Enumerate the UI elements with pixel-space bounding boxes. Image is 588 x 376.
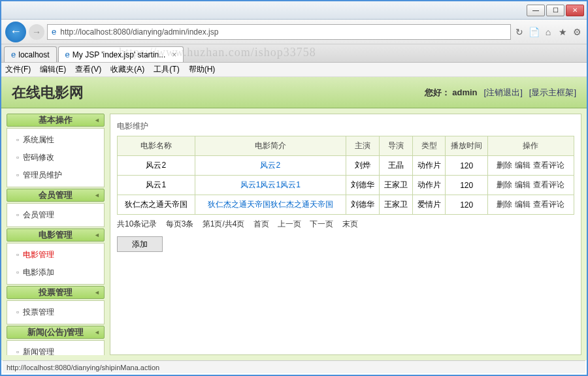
sidebar-item[interactable]: 电影添加 <box>7 264 104 281</box>
sidebar-item[interactable]: 投票管理 <box>7 304 104 321</box>
back-button[interactable]: ← <box>5 22 26 42</box>
sidebar-item[interactable]: 系统属性 <box>7 131 104 149</box>
pager-total: 共10条记录 <box>117 219 157 228</box>
op-view[interactable]: 查看评论 <box>533 200 564 209</box>
tab-close-icon[interactable]: × <box>172 50 176 59</box>
op-view[interactable]: 查看评论 <box>533 180 564 189</box>
username: admin <box>452 87 477 97</box>
intro-link[interactable]: 狄仁杰之通天帝国狄仁杰之通天帝国 <box>208 200 333 209</box>
add-button[interactable]: 添加 <box>117 236 163 252</box>
compat-icon[interactable]: 📄 <box>528 26 540 38</box>
sidebar-section-header[interactable]: 投票管理 <box>7 286 105 299</box>
table-header: 播放时间 <box>446 136 487 156</box>
sidebar: 基本操作系统属性密码修改管理员维护会员管理会员管理电影管理电影管理电影添加投票管… <box>7 114 105 355</box>
table-header: 电影名称 <box>118 136 195 156</box>
main-panel: 电影维护 电影名称电影简介主演导演类型播放时间操作 风云2风云2刘烨王晶动作片1… <box>110 114 581 355</box>
table-header: 电影简介 <box>195 136 346 156</box>
tab-jsp[interactable]: e My JSP 'index.jsp' startin... × <box>58 46 184 62</box>
op-edit[interactable]: 编辑 <box>515 161 531 170</box>
ie-icon: e <box>52 27 56 37</box>
table-row: 风云1风云1风云1风云1刘德华王家卫动作片120删除编辑查看评论 <box>118 176 574 195</box>
maximize-button[interactable]: ☐ <box>546 5 564 16</box>
intro-link[interactable]: 风云2 <box>260 161 280 170</box>
op-del[interactable]: 删除 <box>497 200 512 209</box>
sidebar-section-header[interactable]: 新闻(公告)管理 <box>7 326 105 339</box>
op-del[interactable]: 删除 <box>497 161 512 170</box>
ie-icon: e <box>65 50 70 59</box>
app-header: 在线电影网 您好： admin [注销退出] [显示主框架] <box>1 77 587 108</box>
browser-menubar: 文件(F) 编辑(E) 查看(V) 收藏夹(A) 工具(T) 帮助(H) <box>1 63 587 77</box>
show-main-link[interactable]: [显示主框架] <box>529 87 576 99</box>
refresh-icon[interactable]: ↻ <box>514 26 525 38</box>
sidebar-item[interactable]: 电影管理 <box>7 246 104 264</box>
greeting-label: 您好： <box>425 87 450 97</box>
status-bar: http://localhost:8080/dianying/shipinMan… <box>3 360 585 373</box>
sidebar-section-header[interactable]: 会员管理 <box>7 189 105 202</box>
sidebar-section-header[interactable]: 基本操作 <box>7 114 105 127</box>
menu-help[interactable]: 帮助(H) <box>189 64 216 75</box>
sidebar-item[interactable]: 新闻管理 <box>7 343 104 355</box>
menu-edit[interactable]: 编辑(E) <box>40 64 66 75</box>
intro-link[interactable]: 风云1风云1风云1 <box>240 180 301 189</box>
table-header: 操作 <box>487 136 574 156</box>
home-icon[interactable]: ⌂ <box>542 26 554 38</box>
pager-first[interactable]: 首页 <box>253 219 269 228</box>
sidebar-section-header[interactable]: 电影管理 <box>7 228 105 242</box>
menu-file[interactable]: 文件(F) <box>5 64 31 75</box>
minimize-button[interactable]: — <box>527 5 545 16</box>
window-titlebar: — ☐ ✕ <box>1 1 587 20</box>
table-header: 类型 <box>412 136 446 156</box>
pager-last[interactable]: 末页 <box>342 219 358 228</box>
close-button[interactable]: ✕ <box>566 5 584 16</box>
status-text: http://localhost:8080/dianying/shipinMan… <box>7 364 159 371</box>
op-edit[interactable]: 编辑 <box>515 200 531 209</box>
movie-table: 电影名称电影简介主演导演类型播放时间操作 风云2风云2刘烨王晶动作片120删除编… <box>117 136 574 215</box>
op-del[interactable]: 删除 <box>497 180 512 189</box>
table-header: 主演 <box>346 136 380 156</box>
menu-tools[interactable]: 工具(T) <box>154 64 179 75</box>
menu-view[interactable]: 查看(V) <box>75 64 101 75</box>
pager-prev[interactable]: 上一页 <box>278 219 301 228</box>
ie-icon: e <box>11 50 16 59</box>
pager-perpage: 每页3条 <box>166 219 194 228</box>
table-header: 导演 <box>379 136 412 156</box>
table-row: 风云2风云2刘烨王晶动作片120删除编辑查看评论 <box>118 156 574 176</box>
favorites-icon[interactable]: ★ <box>557 26 568 38</box>
browser-tabbar: e localhost e My JSP 'index.jsp' startin… <box>1 44 587 63</box>
forward-button[interactable]: → <box>29 24 44 40</box>
tools-icon[interactable]: ⚙ <box>571 26 583 38</box>
panel-title: 电影维护 <box>117 118 574 136</box>
site-title: 在线电影网 <box>12 83 84 102</box>
tab-localhost[interactable]: e localhost <box>4 46 57 62</box>
browser-navbar: ← → e http://localhost:8080/dianying/adm… <box>1 20 587 44</box>
address-bar[interactable]: e http://localhost:8080/dianying/admin/i… <box>47 24 511 40</box>
sidebar-item[interactable]: 密码修改 <box>7 149 104 166</box>
pager: 共10条记录 每页3条 第1页/共4页 首页 上一页 下一页 末页 <box>117 215 574 234</box>
sidebar-item[interactable]: 管理员维护 <box>7 166 104 184</box>
menu-favorites[interactable]: 收藏夹(A) <box>110 64 144 75</box>
url-text: http://localhost:8080/dianying/admin/ind… <box>60 27 218 37</box>
sidebar-item[interactable]: 会员管理 <box>7 206 104 224</box>
pager-pageinfo: 第1页/共4页 <box>203 219 245 228</box>
pager-next[interactable]: 下一页 <box>310 219 333 228</box>
op-view[interactable]: 查看评论 <box>533 161 564 170</box>
op-edit[interactable]: 编辑 <box>515 180 531 189</box>
logout-link[interactable]: [注销退出] <box>484 87 523 99</box>
table-row: 狄仁杰之通天帝国狄仁杰之通天帝国狄仁杰之通天帝国刘德华王家卫爱情片120删除编辑… <box>118 195 574 215</box>
